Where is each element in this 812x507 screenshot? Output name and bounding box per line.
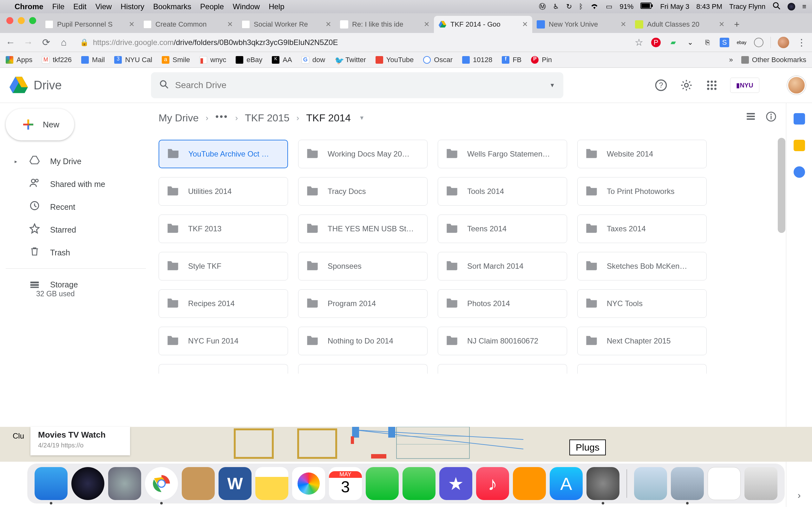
accessibility-icon[interactable]: ♿︎ — [553, 3, 559, 11]
folder-item[interactable]: Photos 2014 — [438, 289, 567, 318]
help-icon[interactable]: ? — [654, 78, 668, 92]
display-icon[interactable]: ▭ — [606, 3, 612, 11]
folder-item[interactable]: Sketches Bob McKen… — [577, 252, 707, 280]
breadcrumb-mid[interactable]: TKF 2015 — [245, 112, 290, 124]
folder-item[interactable]: To Print Photoworks — [577, 177, 707, 206]
pocket-ext-icon[interactable]: ⌄ — [686, 38, 695, 47]
bookmark-item[interactable]: Mail — [81, 56, 105, 64]
back-button[interactable]: ← — [5, 37, 16, 48]
folder-item[interactable]: Website 2014 — [577, 140, 707, 168]
info-icon[interactable] — [766, 111, 776, 125]
tab-0[interactable]: Pupil Personnel S✕ — [41, 16, 139, 33]
chevron-down-icon[interactable]: ▼ — [359, 115, 365, 121]
forward-button[interactable]: → — [23, 37, 34, 48]
chrome-menu-button[interactable]: ⋮ — [796, 37, 807, 48]
folder-item[interactable]: TKF 2013 — [159, 215, 288, 243]
folder-item[interactable]: NYC Fun 2014 — [159, 327, 288, 355]
menu-view[interactable]: View — [96, 2, 112, 11]
keep-addon-icon[interactable] — [794, 140, 805, 151]
spotlight-icon[interactable] — [772, 2, 780, 12]
bookmark-item[interactable]: YouTube — [375, 56, 414, 64]
bookmark-apps[interactable]: Apps — [6, 56, 32, 64]
close-window-button[interactable] — [6, 17, 13, 24]
search-input[interactable] — [175, 80, 543, 90]
ext-icon[interactable] — [754, 38, 763, 47]
folder-item[interactable]: NJ Claim 800160672 — [438, 327, 567, 355]
bookmark-item[interactable]: 10128 — [462, 56, 492, 64]
sidebar-item-mydrive[interactable]: ▸My Drive — [6, 150, 146, 173]
account-avatar[interactable] — [787, 76, 806, 95]
search-bar[interactable]: ▼ — [151, 72, 563, 98]
folder-item[interactable]: Sort March 2014 — [438, 252, 567, 280]
bookmarks-overflow[interactable]: » — [729, 56, 733, 64]
folder-item[interactable]: Tools 2014 — [438, 177, 567, 206]
breadcrumb-ellipsis[interactable]: ••• — [215, 111, 229, 124]
close-icon[interactable]: ✕ — [522, 20, 528, 29]
other-bookmarks[interactable]: Other Bookmarks — [741, 56, 806, 64]
bookmark-item[interactable]: eBay — [236, 56, 262, 64]
folder-item[interactable]: NYC Tools — [577, 289, 707, 318]
address-bar[interactable]: 🔒 https://drive.google.com/drive/folders… — [76, 38, 626, 47]
close-icon[interactable]: ✕ — [227, 20, 233, 29]
control-center-icon[interactable]: ≡ — [802, 3, 806, 11]
home-button[interactable]: ⌂ — [58, 37, 69, 48]
folder-item-partial[interactable] — [577, 364, 707, 374]
tab-3[interactable]: Re: I like this ide✕ — [336, 16, 434, 33]
ebay-ext-icon[interactable]: ebay — [737, 38, 746, 47]
list-view-icon[interactable] — [745, 111, 756, 125]
menubar-time[interactable]: 8:43 PM — [696, 3, 722, 11]
menubar-user[interactable]: Tracy Flynn — [729, 3, 765, 11]
calendar-addon-icon[interactable] — [794, 113, 805, 124]
menu-file[interactable]: File — [52, 2, 65, 11]
menu-bookmarks[interactable]: Bookmarks — [153, 2, 191, 11]
settings-icon[interactable] — [679, 78, 693, 92]
tab-5[interactable]: New York Unive✕ — [532, 16, 630, 33]
folder-item-partial[interactable] — [159, 364, 288, 374]
reload-button[interactable]: ⟳ — [41, 37, 51, 48]
bluetooth-icon[interactable]: ᛒ — [579, 3, 583, 11]
bookmark-item[interactable]: 3NYU Cal — [114, 56, 152, 64]
folder-item[interactable]: Wells Fargo Statemen… — [438, 140, 567, 168]
wifi-icon[interactable] — [590, 2, 599, 11]
siri-menubar-icon[interactable] — [788, 3, 795, 10]
new-button[interactable]: New — [6, 109, 74, 140]
battery-icon[interactable] — [641, 3, 653, 11]
bookmark-item[interactable]: ▮wnyc — [200, 56, 226, 64]
menu-help[interactable]: Help — [269, 2, 284, 11]
folder-item-partial[interactable] — [298, 364, 427, 374]
close-icon[interactable]: ✕ — [325, 20, 331, 29]
folder-item[interactable]: Working Docs May 20… — [298, 140, 427, 168]
pinterest-ext-icon[interactable]: P — [651, 38, 661, 47]
menu-edit[interactable]: Edit — [73, 2, 86, 11]
search-icon[interactable] — [159, 79, 169, 91]
bookmark-item[interactable]: Oscar — [423, 56, 453, 64]
bookmark-item[interactable]: Gdow — [302, 56, 325, 64]
expand-panel-icon[interactable]: › — [798, 490, 801, 501]
new-tab-button[interactable]: + — [729, 16, 745, 33]
folder-item-partial[interactable] — [438, 364, 567, 374]
sidebar-item-shared[interactable]: Shared with me — [6, 173, 146, 195]
bookmark-item[interactable]: KAA — [272, 56, 292, 64]
sidebar-item-trash[interactable]: Trash — [6, 241, 146, 264]
close-icon[interactable]: ✕ — [620, 20, 626, 29]
breadcrumb-root[interactable]: My Drive — [159, 112, 199, 124]
instapaper-ext-icon[interactable]: ⎘ — [703, 38, 712, 47]
folder-item[interactable]: THE YES MEN USB St… — [298, 215, 427, 243]
profile-avatar[interactable] — [778, 37, 789, 48]
folder-item[interactable]: Utilities 2014 — [159, 177, 288, 206]
bookmark-item[interactable]: aSmile — [162, 56, 190, 64]
star-bookmark-button[interactable]: ☆ — [633, 37, 644, 48]
scrollbar[interactable] — [778, 138, 785, 369]
minimize-window-button[interactable] — [18, 17, 25, 24]
folder-item[interactable]: Recipes 2014 — [159, 289, 288, 318]
bookmark-item[interactable]: PPin — [531, 56, 552, 64]
folder-item[interactable]: Tracy Docs — [298, 177, 427, 206]
menubar-icon[interactable]: Ⓜ — [539, 2, 546, 11]
close-icon[interactable]: ✕ — [424, 20, 429, 29]
bookmark-item[interactable]: 🐦Twitter — [335, 56, 366, 64]
sidebar-item-starred[interactable]: Starred — [6, 218, 146, 241]
app-name[interactable]: Chrome — [14, 2, 44, 11]
close-icon[interactable]: ✕ — [719, 20, 724, 29]
folder-item[interactable]: Sponsees — [298, 252, 427, 280]
folder-item[interactable]: Style TKF — [159, 252, 288, 280]
